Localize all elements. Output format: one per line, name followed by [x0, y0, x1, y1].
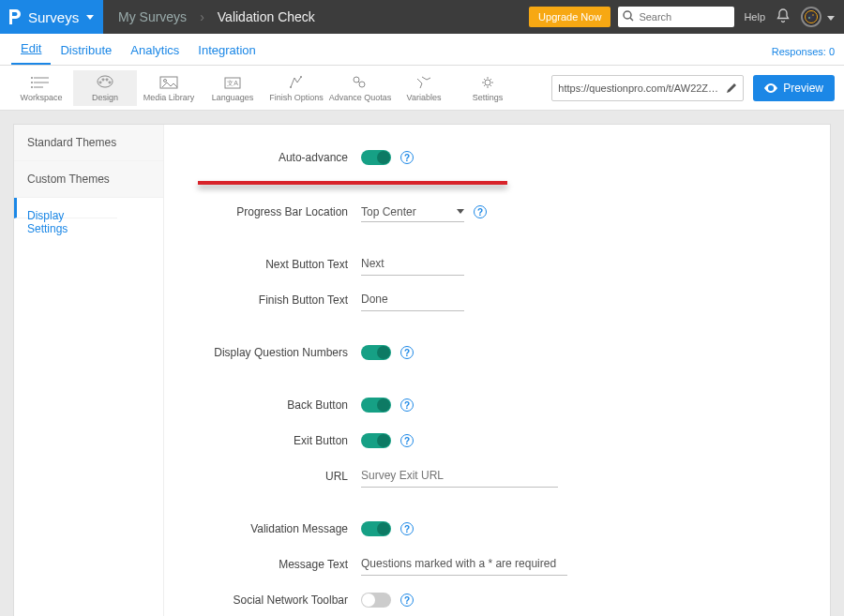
sidebar-item-display-settings[interactable]: Display Settings	[14, 198, 117, 218]
preview-button[interactable]: Preview	[753, 75, 835, 101]
sidebar-item-standard-themes[interactable]: Standard Themes	[14, 125, 163, 161]
help-icon[interactable]: ?	[400, 434, 414, 447]
progress-select[interactable]: Top Center	[361, 202, 464, 222]
quotas-icon	[350, 74, 370, 91]
survey-url-text: https://questionpro.com/t/AW22ZeVoL	[558, 83, 720, 94]
tool-variables[interactable]: Variables	[392, 70, 456, 106]
search-icon	[623, 10, 634, 22]
svg-point-12	[290, 86, 292, 88]
avatar-icon	[805, 10, 818, 23]
tool-finish[interactable]: Finish Options	[264, 70, 328, 106]
finish-btn-label: Finish Button Text	[173, 293, 361, 307]
languages-icon: 文A	[222, 74, 243, 91]
breadcrumb-separator: ›	[200, 9, 204, 24]
search-input[interactable]	[618, 7, 734, 27]
workspace-icon	[31, 74, 52, 91]
tool-workspace[interactable]: Workspace	[9, 70, 73, 106]
toolbar: Workspace Design Media Library 文A Langua…	[0, 66, 844, 111]
svg-line-1	[630, 18, 633, 21]
auto-advance-label: Auto-advance	[198, 151, 361, 164]
panel: Standard Themes Custom Themes Display Se…	[13, 124, 831, 616]
auto-advance-toggle[interactable]	[361, 150, 391, 165]
media-icon	[158, 74, 179, 91]
topbar: Surveys My Surveys › Validation Check Up…	[0, 0, 844, 34]
tab-analytics[interactable]: Analytics	[121, 38, 188, 65]
back-label: Back Button	[173, 398, 361, 412]
upgrade-button[interactable]: Upgrade Now	[529, 7, 610, 27]
subnav: Edit Distribute Analytics Integration Re…	[0, 34, 844, 66]
design-icon	[95, 74, 115, 91]
search-box	[618, 7, 734, 27]
tab-edit[interactable]: Edit	[11, 36, 51, 65]
display-settings-form: Auto-advance ? Progress Bar Location Top…	[164, 125, 830, 616]
validation-label: Validation Message	[173, 522, 361, 535]
page: Standard Themes Custom Themes Display Se…	[0, 111, 844, 616]
svg-point-5	[31, 77, 33, 79]
svg-point-0	[624, 11, 631, 19]
finish-icon	[286, 74, 307, 91]
exit-label: Exit Button	[173, 434, 361, 447]
next-btn-input[interactable]	[361, 253, 464, 276]
tool-languages[interactable]: 文A Languages	[201, 70, 264, 106]
msg-input[interactable]	[361, 553, 567, 576]
dqn-label: Display Question Numbers	[173, 346, 361, 359]
svg-point-7	[31, 86, 33, 88]
tool-quotas[interactable]: Advance Quotas	[328, 70, 392, 106]
help-icon[interactable]: ?	[474, 205, 487, 218]
tab-distribute[interactable]: Distribute	[51, 38, 121, 65]
settings-sidebar: Standard Themes Custom Themes Display Se…	[14, 125, 164, 616]
tool-media[interactable]: Media Library	[137, 70, 201, 106]
help-icon[interactable]: ?	[400, 522, 414, 535]
svg-point-15	[359, 82, 365, 87]
user-avatar[interactable]	[801, 7, 821, 27]
next-btn-label: Next Button Text	[173, 258, 361, 271]
svg-point-2	[806, 11, 818, 23]
tool-design[interactable]: Design	[73, 70, 137, 106]
progress-label: Progress Bar Location	[173, 205, 361, 218]
breadcrumb-root[interactable]: My Surveys	[118, 9, 187, 24]
pencil-icon[interactable]	[726, 83, 737, 94]
msg-label: Message Text	[173, 558, 361, 571]
help-icon[interactable]: ?	[400, 346, 414, 359]
caret-down-icon	[86, 15, 94, 20]
social-label: Social Network Toolbar	[173, 593, 361, 607]
help-icon[interactable]: ?	[400, 151, 414, 164]
breadcrumb: My Surveys › Validation Check	[103, 9, 330, 24]
back-toggle[interactable]	[361, 398, 391, 413]
svg-point-4	[812, 14, 814, 16]
help-link[interactable]: Help	[744, 11, 765, 23]
survey-url-box[interactable]: https://questionpro.com/t/AW22ZeVoL	[551, 75, 744, 101]
product-name: Surveys	[28, 9, 79, 25]
url-label: URL	[173, 470, 361, 483]
eye-icon	[764, 83, 777, 93]
validation-toggle[interactable]	[361, 521, 391, 536]
caret-down-icon	[457, 209, 464, 214]
svg-text:文A: 文A	[227, 80, 238, 86]
help-icon[interactable]: ?	[400, 398, 414, 412]
responses-count: Responses: 0	[772, 46, 835, 57]
sidebar-item-custom-themes[interactable]: Custom Themes	[14, 161, 163, 198]
svg-point-6	[31, 82, 33, 83]
exit-url-input[interactable]	[361, 465, 558, 488]
tool-settings[interactable]: Settings	[456, 70, 520, 106]
svg-point-9	[164, 79, 167, 82]
gear-icon	[477, 74, 498, 91]
svg-point-13	[300, 76, 302, 78]
dqn-toggle[interactable]	[361, 345, 391, 360]
svg-point-17	[770, 86, 773, 89]
variables-icon	[414, 74, 434, 91]
breadcrumb-current: Validation Check	[218, 9, 315, 24]
product-switcher[interactable]: Surveys	[0, 0, 103, 34]
user-menu-caret-icon[interactable]	[827, 10, 835, 23]
tab-integration[interactable]: Integration	[188, 38, 264, 65]
exit-toggle[interactable]	[361, 433, 391, 448]
svg-point-3	[808, 17, 810, 19]
notifications-icon[interactable]	[775, 8, 791, 27]
social-toggle[interactable]	[361, 593, 391, 608]
finish-btn-input[interactable]	[361, 289, 464, 311]
help-icon[interactable]: ?	[400, 593, 414, 607]
svg-point-16	[485, 80, 490, 85]
logo-icon	[9, 9, 21, 24]
